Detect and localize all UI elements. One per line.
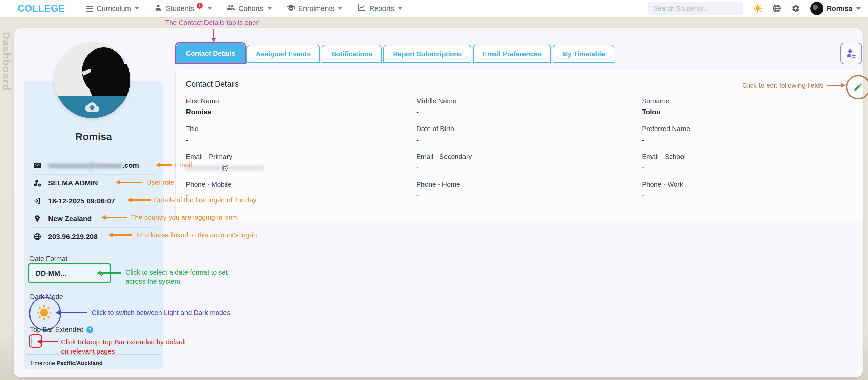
nav-item-cohorts[interactable]: Cohorts	[226, 3, 272, 14]
profile-panel: Romisa xxxxxxxxxx@xxxxxxx.com SELMA ADMI…	[24, 81, 163, 369]
profile-email-row: xxxxxxxxxx@xxxxxxx.com	[33, 157, 157, 175]
tab-report-subscriptions[interactable]: Report Subscriptions	[383, 45, 471, 63]
user-settings-button[interactable]	[840, 43, 862, 64]
login-country: New Zealand	[48, 215, 92, 223]
field-middle-name: Middle Name-	[416, 97, 642, 125]
tab-contact-details[interactable]: Contact Details	[176, 43, 245, 63]
gear-icon[interactable]	[791, 4, 800, 13]
sign-in-icon	[33, 197, 41, 205]
field-phone-home: Phone - Home-	[416, 181, 642, 208]
chevron-down-icon	[398, 7, 402, 10]
nav-item-label: Students	[166, 4, 194, 13]
person-gear-icon	[33, 179, 41, 187]
date-format-label: Date Format	[30, 255, 67, 263]
search-input[interactable]	[648, 2, 743, 15]
field-phone-work: Phone - Work-	[642, 181, 852, 208]
dark-mode-toggle[interactable]	[36, 305, 52, 320]
annotation-arrow-down	[213, 29, 214, 38]
nav-item-label: Enrolments	[298, 4, 334, 13]
nav-menu: Curriculum Students ! Cohorts Enrolments	[86, 3, 402, 14]
contact-details-title: Contact Details	[186, 80, 239, 89]
nav-item-students[interactable]: Students !	[154, 3, 212, 14]
divider	[26, 354, 161, 355]
redacted-email: xxxxxxxxxx@xxxxxxx	[48, 161, 122, 169]
timezone-value: Pacific/Auckland	[57, 360, 103, 366]
person-icon	[154, 3, 162, 14]
globe-icon	[33, 233, 41, 241]
chevron-down-icon	[268, 7, 272, 10]
nav-item-curriculum[interactable]: Curriculum	[86, 4, 139, 13]
field-surname: SurnameTolou	[642, 97, 852, 125]
user-role: SELMA ADMIN	[48, 179, 98, 187]
nav-item-reports[interactable]: Reports	[357, 3, 402, 14]
tab-notifications[interactable]: Notifications	[322, 45, 382, 63]
profile-role-row: SELMA ADMIN	[33, 175, 157, 193]
timezone-row: Timezone Pacific/Auckland	[30, 360, 103, 367]
tab-my-timetable[interactable]: My Timetable	[553, 45, 614, 63]
notification-badge: !	[197, 3, 203, 9]
email-at: @	[221, 163, 229, 171]
annotation-arrow	[41, 341, 58, 342]
avatar	[810, 2, 823, 15]
user-name: Romisa	[827, 4, 852, 13]
top-bar-extended-label: Top Bar Extended	[30, 326, 84, 334]
field-phone-mobile: Phone - Mobile-	[186, 181, 416, 208]
cloud-upload-icon	[85, 100, 99, 114]
nav-item-label: Curriculum	[97, 4, 131, 13]
annotation-arrow	[827, 85, 841, 86]
chevron-down-icon	[856, 7, 861, 10]
first-login-datetime: 18-12-2025 09:06:07	[48, 197, 115, 205]
user-menu[interactable]: Romisa	[810, 2, 861, 15]
field-title: Title-	[186, 125, 416, 153]
annotation-arrow	[120, 182, 142, 183]
chevron-down-icon	[208, 7, 212, 10]
field-email-secondary: Email - Secondary-	[416, 153, 642, 181]
hamburger-icon	[86, 6, 93, 12]
login-ip: 203.96.219.208	[48, 233, 98, 241]
nav-item-label: Reports	[369, 4, 394, 13]
annotation-arrow	[60, 312, 87, 313]
contact-details-card: Contact Details First NameRomisa Middle …	[175, 70, 863, 221]
annotation-circle-edit	[846, 75, 868, 99]
field-preferred-name: Preferred Name-	[642, 125, 852, 153]
redacted-email-user: xxxxxxxxxx	[186, 163, 221, 171]
annotation-arrow	[101, 272, 121, 274]
person-gear-icon	[846, 48, 856, 59]
annotation-tab-open: The Contact Details tab is open	[165, 19, 260, 27]
profile-login-row: 18-12-2025 09:06:07	[33, 192, 157, 210]
date-format-value: DD-MM…	[36, 269, 67, 277]
email-suffix: .com	[122, 161, 139, 169]
profile-avatar	[54, 42, 130, 118]
tab-assigned-events[interactable]: Assigned Events	[246, 45, 320, 63]
dark-mode-label: Dark Mode	[30, 293, 63, 301]
pencil-icon	[853, 82, 863, 92]
help-icon[interactable]: ?	[86, 326, 93, 333]
profile-info-list: xxxxxxxxxx@xxxxxxx.com SELMA ADMIN 18-12…	[33, 157, 157, 245]
chevron-down-icon	[338, 7, 342, 10]
field-date-of-birth: Date of Birth-	[416, 125, 642, 153]
nav-item-enrolments[interactable]: Enrolments	[287, 3, 342, 14]
sun-icon	[36, 305, 52, 320]
profile-ip-row: 203.96.219.208	[33, 228, 157, 245]
theme-sun-icon[interactable]	[753, 4, 762, 13]
profile-name: Romisa	[24, 131, 163, 142]
globe-icon[interactable]	[772, 4, 781, 13]
envelope-icon	[33, 161, 41, 169]
graduation-cap-icon	[287, 3, 295, 14]
tab-email-preferences[interactable]: Email Preferences	[473, 45, 551, 63]
chart-icon	[357, 3, 366, 14]
top-bar-extended-row: Top Bar Extended ?	[30, 326, 93, 334]
profile-country-row: New Zealand	[33, 210, 157, 228]
tab-bar: Contact Details Assigned Events Notifica…	[176, 43, 614, 63]
field-email-school: Email - School-	[642, 153, 852, 181]
edit-button[interactable]	[851, 80, 865, 94]
redacted-email-domain: xxxxxxxxxx	[229, 163, 264, 171]
timezone-label: Timezone	[30, 360, 55, 366]
annotation-arrow	[160, 164, 172, 166]
nav-right: Romisa	[648, 2, 861, 15]
annotation-arrow	[113, 234, 132, 236]
main-card: Romisa xxxxxxxxxx@xxxxxxx.com SELMA ADMI…	[14, 28, 863, 377]
app-logo[interactable]: COLLEGE	[18, 3, 65, 14]
screen: COLLEGE Curriculum Students ! Cohorts En…	[0, 0, 868, 380]
annotation-arrow	[106, 217, 127, 218]
